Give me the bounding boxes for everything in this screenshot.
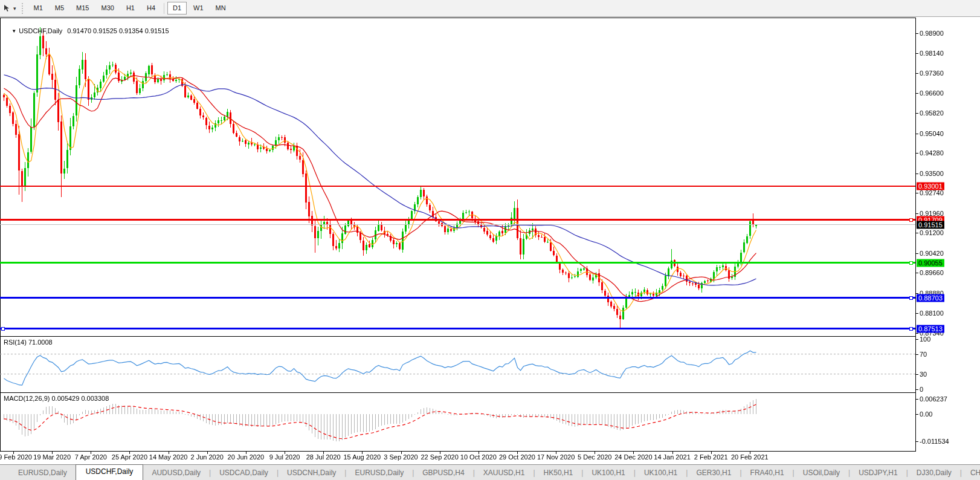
- chart-tab-xauusd-h1[interactable]: XAUUSD,H1: [475, 466, 534, 480]
- macd-axis-tick-label: 0.006237: [920, 395, 947, 403]
- date-axis-label: 22 Sep 2020: [421, 453, 458, 461]
- price-axis-tick-label: 0.90420: [920, 250, 944, 257]
- chart-tab-usdjpy-h1[interactable]: USDJPY,H1: [850, 466, 906, 480]
- date-axis-label: 2 Feb 2021: [694, 453, 728, 461]
- date-axis-label: 29 Oct 2020: [499, 453, 535, 461]
- main-chart-canvas[interactable]: [0, 0, 980, 480]
- price-axis-tick-label: 0.95820: [920, 109, 944, 117]
- date-axis-label: 10 Oct 2020: [460, 453, 497, 461]
- chart-tab-china300-h1[interactable]: CHINA300,H1: [962, 466, 980, 480]
- chart-tab-eurusd-daily[interactable]: EURUSD,Daily: [346, 466, 412, 480]
- chart-tab-usoil-daily[interactable]: USOil,Daily: [795, 466, 848, 480]
- chart-tab-dj30-daily[interactable]: DJ30,Daily: [908, 466, 960, 480]
- rsi-axis-tick-label: 30: [920, 371, 927, 378]
- price-axis-tick-label: 0.96600: [920, 89, 944, 97]
- chart-tab-fra40-h1[interactable]: FRA40,H1: [742, 466, 793, 480]
- date-axis-label: 9 Jul 2020: [269, 453, 300, 461]
- chart-tab-usdchf-daily[interactable]: USDCHF,Daily: [76, 464, 144, 480]
- chart-title: ▼USDCHF,Daily0.91470 0.91525 0.91354 0.9…: [4, 20, 169, 42]
- price-axis-tick-label: 0.95040: [920, 130, 944, 137]
- rsi-axis-tick-label: 0: [920, 386, 923, 393]
- price-axis-tick-label: 0.98140: [920, 50, 944, 57]
- level-price-badge: 0.93001: [917, 183, 944, 190]
- price-axis-tick-label: 0.94280: [920, 149, 944, 157]
- date-axis-label: 14 May 2020: [149, 453, 188, 461]
- date-axis-label: 25 Apr 2020: [112, 453, 147, 461]
- price-axis-tick-label: 0.93500: [920, 170, 944, 177]
- date-axis-label: 28 Jul 2020: [306, 453, 341, 461]
- date-axis-label: 20 Feb 2021: [731, 453, 769, 461]
- rsi-indicator-label: RSI(14) 71.0008: [4, 339, 53, 346]
- chart-tab-usdcad-daily[interactable]: USDCAD,Daily: [211, 466, 277, 480]
- date-axis-label: 7 Apr 2020: [75, 453, 107, 461]
- chart-tab-audusd-daily[interactable]: AUDUSD,Daily: [143, 466, 209, 480]
- date-axis-label: 14 Jan 2021: [654, 453, 691, 461]
- chart-tab-uk100-h1[interactable]: UK100,H1: [636, 466, 686, 480]
- rsi-axis-tick-label: 100: [920, 336, 930, 343]
- date-axis-label: 17 Nov 2020: [537, 453, 575, 461]
- date-axis-label: 15 Aug 2020: [343, 453, 381, 461]
- chart-tab-uk100-h1[interactable]: UK100,H1: [583, 466, 633, 480]
- date-axis-label: 19 Mar 2020: [33, 453, 71, 461]
- mt4-window: ▾ M1M5M15M30H1H4D1W1MN ▼USDCHF,Daily0.91…: [0, 0, 980, 480]
- price-axis-tick-label: 0.98900: [920, 30, 944, 37]
- rsi-axis-tick-label: 70: [920, 351, 927, 358]
- title-collapse-icon[interactable]: ▼: [11, 28, 16, 34]
- price-axis-tick-label: 0.88100: [920, 310, 944, 317]
- date-axis-label: 20 Jun 2020: [228, 453, 265, 461]
- date-axis-label: 5 Dec 2020: [578, 453, 611, 461]
- macd-axis-tick-label: -0.011534: [920, 438, 949, 445]
- price-axis-tick-label: 0.89660: [920, 269, 944, 276]
- chart-symbol-label: USDCHF,Daily: [19, 27, 62, 34]
- chart-tab-ger30-h1[interactable]: GER30,H1: [688, 466, 740, 480]
- date-axis-label: 29 Feb 2020: [0, 453, 32, 461]
- date-axis-label: 2 Jun 2020: [191, 453, 224, 461]
- price-axis-tick-label: 0.92740: [920, 189, 944, 196]
- price-axis-tick-label: 0.97360: [920, 70, 944, 77]
- current-price-badge: 0.91515: [917, 221, 944, 229]
- chart-tab-gbpusd-h4[interactable]: GBPUSD,H4: [414, 466, 472, 480]
- price-axis-tick-label: 0.91200: [920, 229, 944, 236]
- macd-axis-tick-label: 0.00: [920, 410, 932, 418]
- chart-tab-eurusd-daily[interactable]: EURUSD,Daily: [10, 466, 76, 480]
- chart-tab-usdcnh-daily[interactable]: USDCNH,Daily: [279, 466, 344, 480]
- level-price-badge: 0.90055: [917, 259, 944, 267]
- chart-tab-bar: EURUSD,DailyUSDCHF,DailyAUDUSD,Daily|USD…: [0, 464, 980, 480]
- macd-indicator-label: MACD(12,26,9) 0.005429 0.003308: [4, 395, 109, 402]
- chart-ohlc-values: 0.91470 0.91525 0.91354 0.91515: [67, 27, 169, 34]
- chart-tab-hk50-h1[interactable]: HK50,H1: [535, 466, 582, 480]
- date-axis-label: 24 Dec 2020: [614, 453, 652, 461]
- level-price-badge: 0.88703: [917, 294, 944, 302]
- level-price-badge: 0.87513: [917, 325, 944, 332]
- date-axis-label: 3 Sep 2020: [384, 453, 417, 461]
